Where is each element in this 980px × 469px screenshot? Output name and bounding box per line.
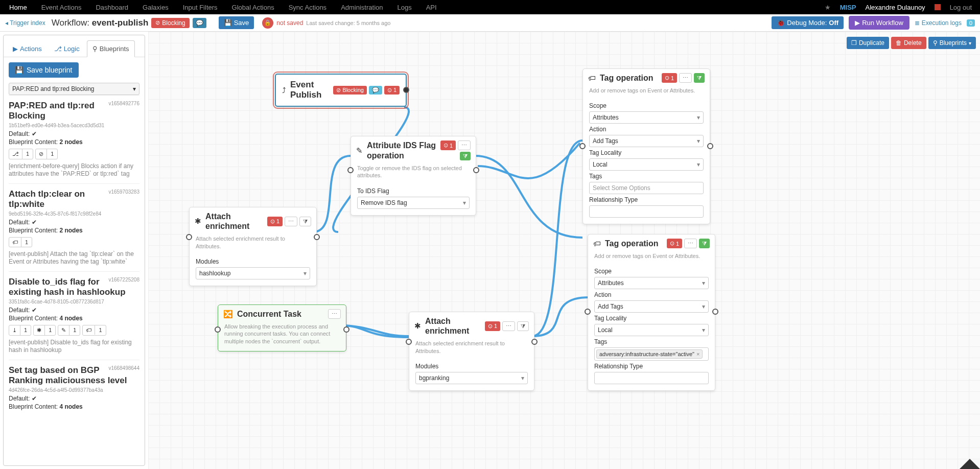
nav-administration[interactable]: Administration (334, 1, 390, 14)
port-in[interactable] (347, 167, 354, 173)
node-title: Attach enrichment (205, 212, 263, 231)
port-out[interactable] (707, 143, 713, 149)
bp-node-icon: ✎1 (58, 325, 80, 336)
port-in[interactable] (585, 309, 591, 315)
relationship-input[interactable] (589, 205, 704, 218)
options-icon[interactable]: ⋯ (328, 309, 341, 319)
bp-version: v1667225208 (108, 277, 139, 283)
nav-home[interactable]: Home (2, 1, 34, 14)
blueprints-button[interactable]: ⚲ Blueprints (928, 37, 976, 49)
port-in[interactable] (215, 326, 221, 333)
action-select[interactable]: Add Tags (594, 300, 709, 313)
node-attach-enrichment-2[interactable]: ✱ Attach enrichment ⊙ 1 ⋯ ⧩ Attach selec… (409, 312, 534, 391)
nav-input-filters[interactable]: Input Filters (176, 1, 225, 14)
port-out[interactable] (712, 309, 718, 315)
brand-link[interactable]: MISP (840, 4, 856, 11)
blueprint-select[interactable]: PAP:RED and tlp:red Blocking▾ (9, 83, 139, 95)
blueprint-entry[interactable]: v1659703283 Attach tlp:clear on tlp:whit… (9, 183, 139, 271)
back-link[interactable]: Trigger index (5, 19, 45, 27)
options-icon[interactable]: ⋯ (502, 321, 515, 331)
scope-select[interactable]: Attributes (589, 111, 704, 124)
debug-mode-button[interactable]: 🐞 Debug Mode: Off (772, 16, 844, 29)
node-tag-operation-2[interactable]: 🏷 Tag operation ⊙ 1 ⋯ ⧩ Add or remove ta… (588, 234, 715, 391)
node-attach-enrichment-1[interactable]: ✱ Attach enrichment ⊙ 1 ⋯ ⧩ Attach selec… (189, 207, 317, 286)
save-blueprint-button[interactable]: 💾 Save blueprint (9, 62, 79, 78)
star-icon[interactable]: ★ (825, 4, 831, 11)
delete-button[interactable]: 🗑 Delete (891, 37, 926, 49)
bp-node-icon: ✱1 (33, 325, 56, 336)
run-workflow-button[interactable]: ▶ Run Workflow (849, 16, 909, 30)
execution-logs-link[interactable]: ≣ Execution logs (915, 19, 962, 27)
filter-icon[interactable]: ⧩ (299, 217, 311, 226)
tags-label: Tags (589, 173, 704, 180)
nav-sync-actions[interactable]: Sync Actions (282, 1, 334, 14)
port-in[interactable] (186, 234, 192, 240)
blueprint-entry[interactable]: v1658492776 PAP:RED and tlp:red Blocking… (9, 95, 139, 183)
user-link[interactable]: Alexandre Dulaunoy (866, 4, 925, 11)
remove-tag-icon[interactable]: × (696, 351, 699, 357)
filter-icon[interactable]: ⧩ (460, 152, 471, 160)
modules-label: Modules (196, 258, 310, 265)
nav-api[interactable]: API (419, 1, 444, 14)
locality-select[interactable]: Local (594, 324, 709, 336)
bp-content: Blueprint Content: 4 nodes (9, 315, 139, 322)
warning-icon[interactable] (935, 4, 941, 10)
locality-select[interactable]: Local (589, 158, 704, 171)
blueprint-entry[interactable]: v1668498644 Set tag based on BGP Ranking… (9, 360, 139, 415)
scope-select[interactable]: Attributes (594, 277, 709, 289)
node-attribute-ids-flag[interactable]: ✎ Attribute IDS Flag operation ⊙ 1 ⋯ ⧩ T… (351, 136, 476, 216)
ids-flag-select[interactable]: Remove IDS flag (357, 197, 470, 209)
modules-select[interactable]: bgpranking (415, 372, 528, 384)
node-desc: Attach selected enrichment result to Att… (190, 235, 316, 253)
execution-logs-count: 0 (967, 19, 975, 27)
modules-select[interactable]: hashlookup (196, 267, 310, 279)
tab-actions[interactable]: ▶ Actions (8, 41, 47, 57)
bp-uuid: 4d426fce-26da-4c5d-a4f5-0d99377ba43a (9, 387, 139, 393)
node-desc: Toggle or remove the IDS flag on selecte… (351, 165, 476, 182)
port-out[interactable] (531, 339, 538, 345)
blueprint-entry[interactable]: v1667225208 Disable to_ids flag for exis… (9, 271, 139, 360)
lock-icon: 🔒 (262, 17, 273, 29)
logout-link[interactable]: Log out (950, 4, 972, 11)
port-out[interactable] (473, 167, 479, 173)
tab-logic[interactable]: ⎇ Logic (49, 41, 85, 57)
save-button[interactable]: 💾 Save (219, 16, 254, 29)
not-saved-label: not saved (276, 19, 303, 27)
rel-label: Relationship Type (589, 196, 704, 203)
relationship-input[interactable] (594, 372, 709, 384)
options-icon[interactable]: ⋯ (679, 73, 692, 83)
scroll-top-icon[interactable] (960, 459, 980, 469)
comment-icon[interactable]: 💬 (193, 18, 206, 28)
workflow-canvas[interactable]: ❐ Duplicate 🗑 Delete ⚲ Blueprints .n-tri… (148, 32, 980, 469)
edit-icon: ✎ (356, 146, 363, 155)
bp-content: Blueprint Content: 4 nodes (9, 403, 139, 410)
filter-icon[interactable]: ⧩ (694, 73, 705, 83)
port-in[interactable] (579, 143, 586, 149)
filter-icon[interactable]: ⧩ (517, 321, 529, 331)
options-icon[interactable]: ⋯ (684, 239, 697, 248)
bp-default: Default: (9, 395, 139, 402)
node-concurrent-task[interactable]: 🔀 Concurrent Task ⋯ Allow breaking the e… (218, 304, 346, 351)
tags-multiselect[interactable]: Select Some Options (590, 182, 703, 194)
options-icon[interactable]: ⋯ (458, 140, 471, 150)
port-out[interactable] (343, 326, 349, 333)
comment-icon[interactable]: 💬 (369, 86, 382, 95)
node-event-publish[interactable]: ⤴ Event Publish ⊘ Blocking 💬 ⊙ 1 (275, 74, 407, 107)
node-tag-operation-1[interactable]: 🏷 Tag operation ⊙ 1 ⋯ ⧩ Add or remove ta… (582, 68, 710, 224)
options-icon[interactable]: ⋯ (285, 217, 297, 226)
tag-chip[interactable]: adversary:infrastructure-state="active"× (596, 349, 703, 359)
blocking-badge: ⊘ Blocking (333, 86, 367, 95)
action-select[interactable]: Add Tags (589, 135, 704, 147)
port-out[interactable] (403, 87, 409, 93)
port-out[interactable] (314, 234, 320, 240)
nav-global-actions[interactable]: Global Actions (225, 1, 282, 14)
nav-galaxies[interactable]: Galaxies (135, 1, 176, 14)
duplicate-button[interactable]: ❐ Duplicate (847, 37, 889, 49)
nav-logs[interactable]: Logs (390, 1, 419, 14)
nav-event-actions[interactable]: Event Actions (34, 1, 89, 14)
bp-node-icon: ⎇1 (9, 149, 33, 159)
filter-icon[interactable]: ⧩ (699, 239, 710, 248)
tab-blueprints[interactable]: ⚲ Blueprints (87, 40, 135, 57)
port-in[interactable] (406, 339, 412, 345)
nav-dashboard[interactable]: Dashboard (88, 1, 135, 14)
